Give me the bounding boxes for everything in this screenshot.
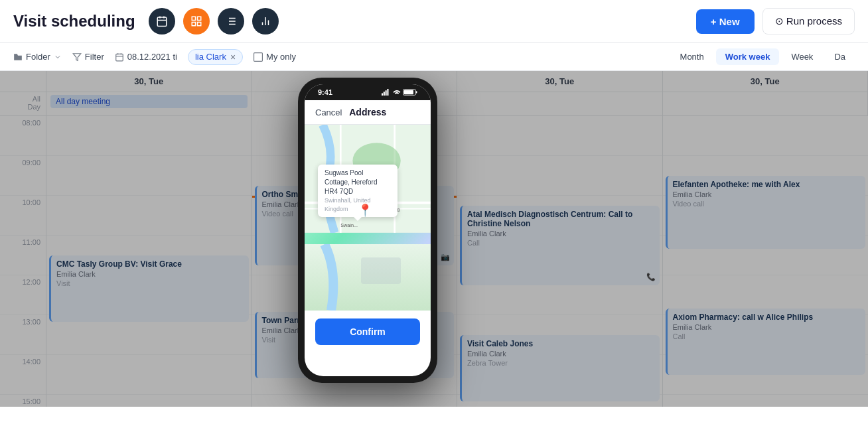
svg-rect-22 xyxy=(254,52,263,61)
tab-day[interactable]: Da xyxy=(825,48,855,65)
phone-cancel-button[interactable]: Cancel xyxy=(315,107,342,117)
folder-filter[interactable]: Folder xyxy=(13,52,62,62)
filter-tag-close[interactable]: × xyxy=(230,52,236,62)
svg-text:Swain...: Swain... xyxy=(340,222,358,228)
svg-rect-18 xyxy=(116,54,123,61)
phone-status-bar: 9:41 xyxy=(305,84,431,100)
app-header: Visit scheduling + New ⊙ Run process xyxy=(0,0,868,43)
date-label: 08.12.2021 ti xyxy=(127,52,177,62)
toolbar: Folder Filter 08.12.2021 ti lia Clark × … xyxy=(0,43,868,71)
svg-rect-4 xyxy=(192,17,195,20)
my-only-label: My only xyxy=(266,52,296,62)
tab-week[interactable]: Week xyxy=(782,48,822,65)
run-process-button[interactable]: ⊙ Run process xyxy=(762,8,855,35)
page-title: Visit scheduling xyxy=(13,12,135,31)
folder-label: Folder xyxy=(26,52,50,62)
map-pin: 📍 xyxy=(358,203,372,218)
list-icon-btn[interactable] xyxy=(218,8,244,35)
tab-work-week[interactable]: Work week xyxy=(716,48,780,65)
svg-rect-0 xyxy=(157,17,167,27)
phone-status-icons xyxy=(382,89,417,96)
confirm-button[interactable]: Confirm xyxy=(315,318,420,345)
date-filter[interactable]: 08.12.2021 ti xyxy=(115,52,177,62)
phone-map: Sugwas Pool A438 Swain... Sugwas Pool Co… xyxy=(305,125,431,244)
phone-screen: 9:41 Cancel Address xyxy=(305,84,431,376)
phone-time: 9:41 xyxy=(318,88,332,96)
filter-tag-text: lia Clark xyxy=(195,52,226,62)
new-button[interactable]: + New xyxy=(696,9,755,34)
active-view-icon-btn[interactable] xyxy=(183,8,210,35)
phone-modal-title: Address xyxy=(349,107,386,117)
filter-item[interactable]: Filter xyxy=(72,52,104,62)
my-only-filter[interactable]: My only xyxy=(253,52,296,62)
svg-rect-36 xyxy=(361,257,401,284)
view-tabs: Month Work week Week Da xyxy=(671,48,855,65)
tab-month[interactable]: Month xyxy=(671,48,713,65)
filter-label: Filter xyxy=(85,52,104,62)
svg-rect-24 xyxy=(416,91,417,93)
calendar-container: 30, Tue 30, Tue 30, Tue 30, Tue All Day … xyxy=(0,71,868,407)
svg-marker-17 xyxy=(73,53,81,60)
svg-rect-25 xyxy=(404,90,413,95)
svg-rect-7 xyxy=(197,23,200,26)
phone-modal-header: Cancel Address xyxy=(305,100,431,125)
phone-confirm-area: Confirm xyxy=(305,311,431,353)
calendar-icon-btn[interactable] xyxy=(149,8,175,35)
svg-rect-6 xyxy=(192,23,195,26)
chart-icon-btn[interactable] xyxy=(252,8,279,35)
tooltip-line2: Cottage, Hereford xyxy=(325,178,391,187)
person-filter-tag[interactable]: lia Clark × xyxy=(188,49,243,65)
phone-modal-overlay: 9:41 Cancel Address xyxy=(0,71,868,407)
tooltip-line1: Sugwas Pool xyxy=(325,169,391,178)
phone-frame: 9:41 Cancel Address xyxy=(298,78,437,383)
svg-rect-5 xyxy=(197,17,200,20)
tooltip-line3: HR4 7QD xyxy=(325,187,391,196)
